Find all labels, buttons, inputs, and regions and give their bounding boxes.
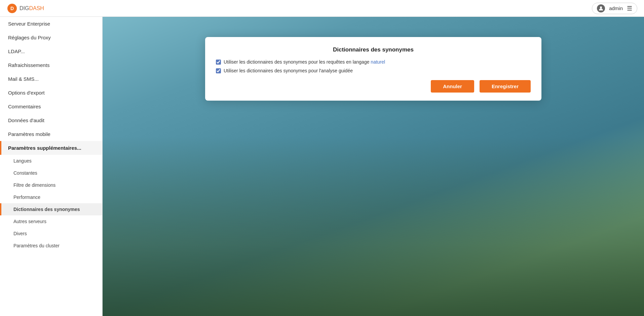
dialog-title: Dictionnaires des synonymes xyxy=(216,46,531,53)
hamburger-icon[interactable]: ☰ xyxy=(627,5,632,12)
sidebar-subitem-dictionnaires[interactable]: Dictionnaires des synonymes xyxy=(0,203,102,215)
sidebar-subitem-parametres-cluster[interactable]: Paramètres du cluster xyxy=(0,240,102,252)
sidebar-item-reglages-proxy[interactable]: Réglages du Proxy xyxy=(0,31,102,44)
background-image: Dictionnaires des synonymes Utiliser les… xyxy=(103,17,644,316)
sidebar-item-mail-sms[interactable]: Mail & SMS... xyxy=(0,72,102,86)
sidebar-item-rafraichissements[interactable]: Rafraichissements xyxy=(0,58,102,72)
checkbox-guided-analysis[interactable] xyxy=(216,68,221,73)
checkbox-row-2: Utiliser les dictionnaires des synonymes… xyxy=(216,68,531,73)
sidebar-subitem-performance[interactable]: Performance xyxy=(0,191,102,203)
svg-text:D: D xyxy=(10,6,14,11)
dialog-overlay: Dictionnaires des synonymes Utiliser les… xyxy=(103,17,644,316)
sidebar: Serveur Enterprise Réglages du Proxy LDA… xyxy=(0,17,103,316)
dialog-actions: Annuler Enregistrer xyxy=(216,80,531,93)
sidebar-subitem-autres-serveurs[interactable]: Autres serveurs xyxy=(0,215,102,227)
avatar-icon xyxy=(597,4,605,12)
sidebar-item-serveur-enterprise[interactable]: Serveur Enterprise xyxy=(0,17,102,31)
sidebar-subitem-divers[interactable]: Divers xyxy=(0,227,102,240)
save-button[interactable]: Enregistrer xyxy=(480,80,531,93)
cancel-button[interactable]: Annuler xyxy=(431,80,474,93)
content-area: Dictionnaires des synonymes Utiliser les… xyxy=(103,17,644,316)
sidebar-item-donnees-audit[interactable]: Données d'audit xyxy=(0,113,102,127)
checkbox-natural-language[interactable] xyxy=(216,60,221,65)
logo-text: DIGDASH xyxy=(20,5,44,11)
sidebar-item-parametres-mobile[interactable]: Paramètres mobile xyxy=(0,127,102,141)
sidebar-item-parametres-supplementaires[interactable]: Paramètres supplémentaires... xyxy=(0,141,102,155)
header-right[interactable]: admin ☰ xyxy=(592,3,637,14)
logo: D DIGDASH xyxy=(7,3,44,14)
sidebar-subitem-filtre-de-dimensions[interactable]: Filtre de dimensions xyxy=(0,179,102,191)
synonyms-dialog: Dictionnaires des synonymes Utiliser les… xyxy=(205,37,541,101)
checkbox-row-1: Utiliser les dictionnaires des synonymes… xyxy=(216,59,531,65)
main-layout: Serveur Enterprise Réglages du Proxy LDA… xyxy=(0,17,644,316)
sidebar-item-commentaires[interactable]: Commentaires xyxy=(0,100,102,113)
svg-point-2 xyxy=(600,6,602,8)
admin-label: admin xyxy=(609,5,623,11)
sidebar-subitem-constantes[interactable]: Constantes xyxy=(0,167,102,179)
sidebar-item-ldap[interactable]: LDAP... xyxy=(0,44,102,58)
checkbox-label-2: Utiliser les dictionnaires des synonymes… xyxy=(224,68,353,73)
logo-icon: D xyxy=(7,3,17,14)
sidebar-subitem-langues[interactable]: Langues xyxy=(0,155,102,167)
header: D DIGDASH admin ☰ xyxy=(0,0,644,17)
sidebar-item-options-export[interactable]: Options d'export xyxy=(0,86,102,100)
checkbox-label-1: Utiliser les dictionnaires des synonymes… xyxy=(224,59,385,65)
